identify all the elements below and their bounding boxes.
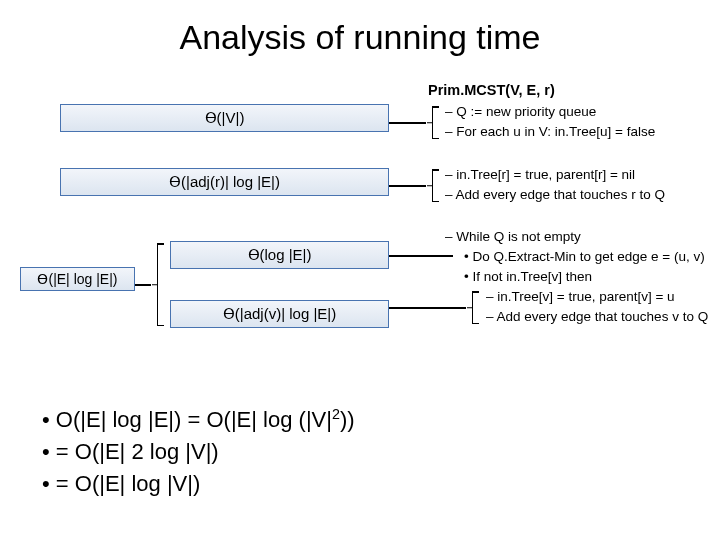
connector-g1: [389, 122, 426, 124]
algo-line-add-edges: – Add every edge that touches v to Q: [486, 309, 708, 324]
connector-g3a: [389, 255, 453, 257]
algo-line-root-tree: – in.Tree[r] = true, parent[r] = nil: [445, 167, 635, 182]
bullet-3: • = O(|E| log |V|): [42, 468, 355, 500]
algo-line-if: • If not in.Tree[v] then: [464, 269, 592, 284]
bracket-g3cd: [472, 291, 473, 324]
bracket-loop-cost: [157, 243, 158, 326]
bracket-g1: [432, 106, 433, 139]
algo-line-init: – For each u in V: in.Tree[u] = false: [445, 124, 655, 139]
bullet-2: • = O(|E| 2 log |V|): [42, 436, 355, 468]
conclusion-bullets: • O(|E| log |E|) = O(|E| log (|V|2)) • =…: [42, 404, 355, 500]
connector-g2: [389, 185, 426, 187]
box-theta-eloge: ϴ(|E| log |E|): [20, 267, 135, 291]
slide-title: Analysis of running time: [0, 18, 720, 57]
bracket-g2: [432, 169, 433, 202]
algo-line-q: – Q := new priority queue: [445, 104, 596, 119]
box-theta-loge: ϴ(log |E|): [170, 241, 389, 269]
algo-header: Prim.MCST(V, E, r): [428, 82, 555, 98]
connector-loop-cost: [135, 284, 151, 286]
connector-g3cd: [389, 307, 466, 309]
algo-line-while: – While Q is not empty: [445, 229, 581, 244]
box-theta-adjv: ϴ(|adj(v)| log |E|): [170, 300, 389, 328]
bullet-1: • O(|E| log |E|) = O(|E| log (|V|2)): [42, 404, 355, 436]
algo-line-extractmin: • Do Q.Extract-Min to get edge e = (u, v…: [464, 249, 705, 264]
box-theta-v: ϴ(|V|): [60, 104, 389, 132]
algo-line-root-edges: – Add every edge that touches r to Q: [445, 187, 665, 202]
box-theta-adjr: ϴ(|adj(r)| log |E|): [60, 168, 389, 196]
algo-line-set-tree: – in.Tree[v] = true, parent[v] = u: [486, 289, 675, 304]
